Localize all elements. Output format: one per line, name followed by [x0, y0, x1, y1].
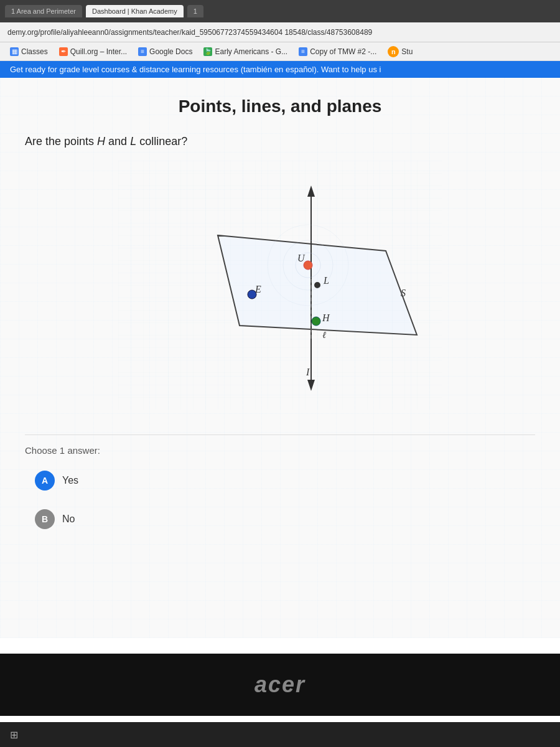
- classes-icon: ▦: [10, 47, 19, 56]
- option-circle-b: B: [35, 509, 55, 529]
- main-content: Points, lines, and planes Are the points…: [0, 78, 560, 638]
- answer-option-b[interactable]: B No: [25, 502, 535, 537]
- bookmark-google-docs[interactable]: ≡ Google Docs: [133, 45, 197, 58]
- tab-extra[interactable]: 1: [187, 5, 203, 17]
- bookmark-stu[interactable]: n Stu: [383, 44, 418, 59]
- quill-icon: ✒: [59, 47, 68, 56]
- taskbar-icon-1: ⊞: [6, 727, 21, 742]
- question-text: Are the points H and L collinear?: [25, 135, 548, 148]
- label-ell: ℓ: [322, 330, 326, 340]
- bookmark-quill-label: Quill.org – Inter...: [70, 47, 127, 56]
- bookmark-quill[interactable]: ✒ Quill.org – Inter...: [54, 45, 132, 58]
- answer-a-text: Yes: [62, 475, 78, 486]
- acer-area: acer: [0, 654, 560, 716]
- point-h-dot: [312, 317, 320, 326]
- bookmark-classes-label: Classes: [21, 47, 48, 56]
- label-e: E: [254, 284, 261, 294]
- answer-section: Choose 1 answer: A Yes B No: [12, 435, 548, 537]
- option-circle-a: A: [35, 471, 55, 491]
- label-s: S: [401, 288, 406, 298]
- acer-logo: acer: [254, 672, 306, 698]
- browser-tabs: 1 Area and Perimeter Dashboard | Khan Ac…: [0, 0, 560, 22]
- page-title: Points, lines, and planes: [12, 96, 548, 116]
- leaf-icon: 🍃: [203, 47, 212, 56]
- bookmark-copy-tmw-label: Copy of TMW #2 -...: [310, 47, 376, 56]
- bookmark-google-docs-label: Google Docs: [149, 47, 192, 56]
- diagram-container: U L E H ℓ I S: [12, 161, 548, 410]
- tab-khan-academy[interactable]: Dashboard | Khan Academy: [86, 5, 184, 17]
- geometry-diagram: U L E H ℓ I S: [118, 161, 442, 410]
- choose-label: Choose 1 answer:: [25, 435, 535, 456]
- point-u-dot: [304, 261, 312, 270]
- info-banner: Get ready for grade level courses & dist…: [0, 61, 560, 78]
- label-i: I: [306, 367, 310, 377]
- bookmark-early-americans-label: Early Americans - G...: [215, 47, 287, 56]
- bookmarks-bar: ▦ Classes ✒ Quill.org – Inter... ≡ Googl…: [0, 42, 560, 61]
- tmw-icon: ≡: [299, 47, 307, 56]
- label-h: H: [322, 312, 330, 323]
- bookmark-stu-label: Stu: [401, 47, 413, 56]
- docs-icon: ≡: [138, 47, 147, 56]
- banner-text: Get ready for grade level courses & dist…: [10, 65, 381, 74]
- answer-b-text: No: [62, 514, 75, 525]
- bookmark-classes[interactable]: ▦ Classes: [5, 45, 53, 58]
- bookmark-copy-tmw[interactable]: ≡ Copy of TMW #2 -...: [294, 45, 381, 58]
- tab-area-perimeter[interactable]: 1 Area and Perimeter: [5, 5, 82, 17]
- address-bar[interactable]: demy.org/profile/aliyahleeann0/assignmen…: [0, 22, 560, 42]
- stu-icon: n: [388, 46, 399, 57]
- answer-option-a[interactable]: A Yes: [25, 463, 535, 498]
- bookmark-early-americans[interactable]: 🍃 Early Americans - G...: [198, 45, 292, 58]
- url-text: demy.org/profile/aliyahleeann0/assignmen…: [7, 28, 372, 37]
- taskbar: ⊞: [0, 722, 560, 747]
